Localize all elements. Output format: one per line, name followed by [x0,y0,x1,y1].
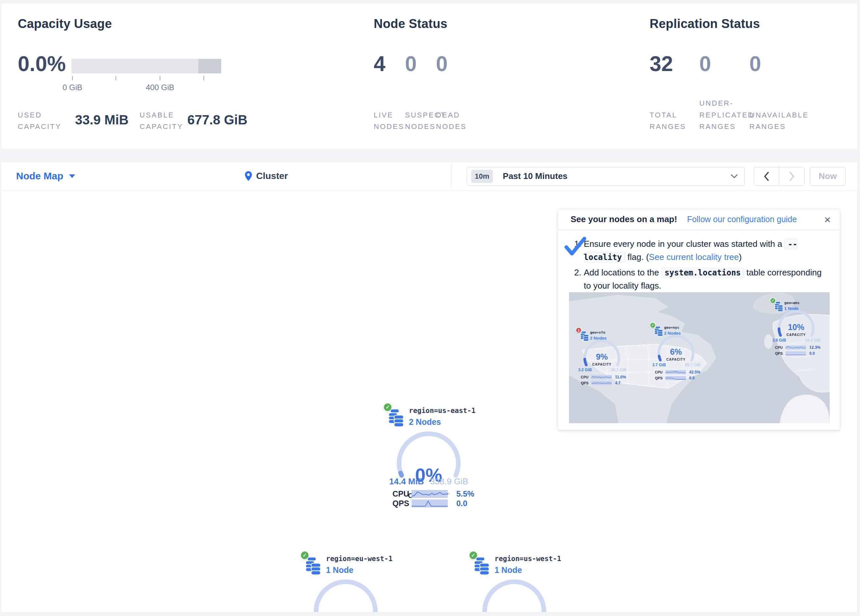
instruction-step-2: Add locations to the system.locations ta… [584,266,828,293]
node-count-link[interactable]: 2 Nodes [409,417,441,427]
cpu-label: CPU [655,370,665,374]
node-region-card[interactable]: ✓ region=eu-west-1 1 Node 0% CAPACITY 9.… [296,550,395,616]
total-ranges-label: TOTAL RANGES [650,109,694,132]
qps-label: QPS [655,376,665,380]
step1-text: Ensure every node in your cluster was st… [584,239,785,249]
qps-value: 0.0 [809,351,815,356]
time-range-badge: 10m [471,170,493,183]
minimap-node: ✓ geo=ams 1 Node 10% CAPACITY 3.6 GiB 34… [763,292,829,359]
total-capacity-value: 338.9 GiB [430,476,468,487]
locality-tree-link[interactable]: See current locality tree [649,252,739,262]
cpu-value: 42.5% [689,370,700,375]
capacity-usage-title: Capacity Usage [18,17,112,31]
time-next-button[interactable] [779,167,804,185]
total-capacity-value: 65.7 GiB [685,363,700,367]
axis-tick [204,76,204,80]
capacity-gauge: 0% CAPACITY [481,578,547,616]
minimap-node-label: geo=nyc [664,326,679,330]
node-region-label: region=eu-west-1 [326,555,392,563]
error-count-badge: 1 [576,327,582,333]
minimap-node-label: geo=ams [784,301,799,305]
capacity-gauge-label: CAPACITY [582,363,621,366]
cpu-value: 11.0% [615,375,626,379]
step1-end-text: ) [739,252,742,262]
popup-header: See your nodes on a map! Follow our conf… [558,209,840,230]
dead-nodes-value: 0 [436,52,448,76]
now-button-label: Now [819,171,837,181]
axis-tick [160,76,160,80]
qps-label: QPS [392,499,411,508]
capacity-percent: 0.0% [18,52,66,76]
database-stack-icon [473,557,490,575]
unavailable-ranges-label: UNAVAILABLE RANGES [749,109,815,132]
node-count-link[interactable]: 1 Node [326,565,353,575]
step-complete-check-icon [564,237,587,257]
healthy-check-icon: ✓ [650,322,656,328]
view-selector-label: Node Map [16,171,63,182]
capacity-percent-value: 6% [656,348,696,356]
cpu-label: CPU [392,489,411,498]
node-region-card[interactable]: ✓ region=us-west-1 1 Node 0% CAPACITY 9.… [465,550,564,616]
total-capacity-value: 34.4 GiB [805,338,821,343]
total-ranges-value: 32 [650,52,673,76]
close-icon[interactable]: × [824,214,831,225]
used-capacity-value: 33.9 MiB [75,113,129,127]
chevron-left-icon [764,172,769,181]
capacity-percent-value: 10% [776,323,816,331]
unavailable-ranges-value: 0 [749,52,761,76]
cpu-sparkline [411,490,448,498]
location-pin-icon [245,171,252,181]
dead-nodes-label: DEAD NODES [436,109,476,132]
used-capacity-value: 14.4 MiB [389,476,424,487]
now-button[interactable]: Now [810,167,846,186]
node-status-title: Node Status [374,17,447,31]
node-region-card[interactable]: ✓ region=us-east-1 2 Nodes 0% CAPACITY 1… [379,401,478,512]
cpu-label: CPU [581,375,591,379]
qps-sparkline [786,351,806,356]
capacity-gauge-label: CAPACITY [776,333,816,337]
database-stack-icon [774,301,784,312]
cpu-sparkline [591,375,612,379]
used-capacity-value: 3.6 GiB [772,338,786,343]
configuration-guide-link[interactable]: Follow our configuration guide [687,215,797,224]
cpu-label: CPU [775,345,786,350]
qps-value: 4.7 [615,381,621,385]
chevron-down-icon [69,174,75,178]
qps-value: 0.0 [689,376,695,380]
database-stack-icon [304,557,322,575]
qps-label: QPS [581,381,591,385]
capacity-bar [71,59,221,74]
view-selector-dropdown[interactable]: Node Map [16,162,75,190]
cluster-summary-panel: Capacity Usage 0.0% 0 GiB 400 GiB USED C… [1,3,858,150]
node-region-label: region=us-west-1 [494,555,561,563]
suspect-nodes-value: 0 [405,52,417,76]
chevron-right-icon [789,172,794,181]
map-config-popup: See your nodes on a map! Follow our conf… [558,208,840,430]
capacity-gauge-label: CAPACITY [656,358,696,361]
node-region-label: region=us-east-1 [409,407,476,415]
system-locations-code: system.locations [661,268,744,278]
qps-label: QPS [775,351,786,356]
time-range-dropdown[interactable]: 10m Past 10 Minutes [466,167,745,186]
database-stack-icon [388,409,405,427]
time-nav-group [754,167,804,186]
breadcrumb-label: Cluster [256,171,288,181]
used-capacity-value: 3.2 GiB [578,368,592,372]
total-capacity-value: 35.1 GiB [611,368,626,372]
time-prev-button[interactable] [754,167,779,185]
time-range-label: Past 10 Minutes [503,171,568,181]
database-stack-icon [654,326,664,336]
qps-sparkline [591,381,612,385]
qps-value: 0.0 [456,499,467,508]
cpu-value: 5.5% [456,489,474,498]
cpu-value: 12.3% [809,345,821,350]
qps-sparkline [665,376,686,380]
node-count-link[interactable]: 1 Node [494,565,522,575]
breadcrumb[interactable]: Cluster [245,162,288,190]
cpu-sparkline [786,345,806,350]
axis-tick [116,76,116,80]
capacity-bar-reserved-segment [198,59,221,74]
usable-capacity-value: 677.8 GiB [187,113,247,127]
healthy-check-icon: ✓ [770,298,776,304]
axis-tick [72,76,73,80]
